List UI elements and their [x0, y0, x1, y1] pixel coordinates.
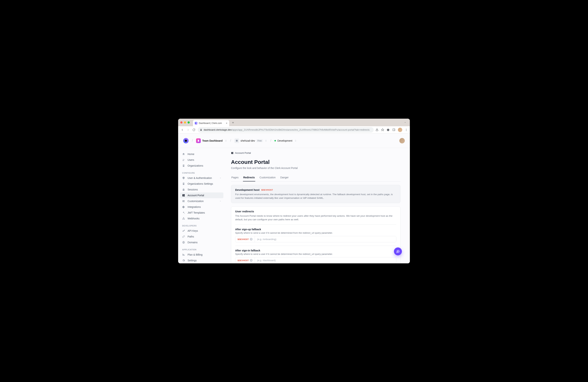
- crumb-separator: /: [192, 139, 193, 143]
- svg-rect-17: [184, 166, 184, 166]
- extensions-icon[interactable]: [387, 128, 390, 131]
- sidebar-heading: DEVELOPERS: [180, 221, 223, 228]
- sidebar-item-label: Sessions: [188, 188, 198, 191]
- svg-rect-15: [184, 165, 184, 165]
- sidebar-item-domains[interactable]: Domains: [180, 239, 223, 245]
- sidebar-item-user-authentication[interactable]: User & Authentication: [180, 175, 223, 181]
- devhost-prefix: $DEVHOST?: [235, 257, 255, 263]
- svg-rect-22: [184, 184, 184, 184]
- tab-title: Dashboard | Clerk.com: [199, 122, 222, 124]
- sidepanel-icon[interactable]: [392, 128, 395, 131]
- sidebar-item-sessions[interactable]: Sessions: [180, 187, 223, 192]
- help-icon[interactable]: ?: [250, 238, 252, 241]
- support-chat-button[interactable]: [394, 248, 402, 255]
- sidebar-item-plan-billing[interactable]: Plan & Billing: [180, 252, 223, 258]
- crumb-instance[interactable]: Development: [274, 139, 297, 142]
- sidebar-item-integrations[interactable]: Integrations: [180, 204, 223, 210]
- toolbar-actions: [376, 128, 408, 132]
- back-button[interactable]: [180, 128, 184, 132]
- close-tab-icon[interactable]: ×: [226, 122, 227, 125]
- sidebar-item-organizations[interactable]: Organizations: [180, 163, 223, 169]
- tab-overflow-button[interactable]: [403, 121, 408, 124]
- close-window-icon[interactable]: [180, 121, 183, 124]
- crumb-team[interactable]: Team Dashboard: [196, 138, 227, 143]
- sidebar-item-customization[interactable]: Customization: [180, 198, 223, 204]
- page-crumb-label: Account Portal: [235, 152, 251, 154]
- link-icon: [182, 235, 185, 238]
- svg-rect-37: [184, 255, 185, 256]
- page-title: Account Portal: [231, 159, 400, 165]
- crumb-separator: /: [230, 139, 231, 143]
- svg-point-43: [398, 251, 399, 252]
- sidebar-item-label: Integrations: [188, 206, 201, 208]
- lock-icon: [200, 129, 202, 131]
- sidebar-item-organizations-settings[interactable]: Organizations Settings: [180, 181, 223, 187]
- crumb-app[interactable]: shehzad-dev Free: [234, 138, 267, 143]
- updown-icon: [225, 139, 227, 142]
- svg-point-5: [406, 130, 407, 130]
- new-tab-button[interactable]: ＋: [231, 120, 235, 125]
- crumb-separator: /: [270, 139, 271, 143]
- user-avatar[interactable]: [399, 138, 405, 143]
- svg-rect-7: [198, 140, 199, 142]
- redirects-card: User redirects The Account Portal needs …: [231, 206, 400, 263]
- plan-badge: Free: [256, 139, 263, 142]
- maximize-window-icon[interactable]: [188, 121, 190, 124]
- url-host: dashboard.clerkstage.dev: [204, 128, 232, 131]
- svg-rect-21: [183, 184, 183, 184]
- forward-button[interactable]: [186, 128, 190, 132]
- sidebar-item-label: Home: [188, 153, 194, 155]
- svg-rect-8: [198, 140, 198, 140]
- sidebar-item-webhooks[interactable]: Webhooks: [180, 216, 223, 221]
- profile-avatar-icon[interactable]: [398, 128, 402, 132]
- section-tabs: PagesRedirectsCustomizationDanger: [231, 174, 400, 182]
- help-icon[interactable]: ?: [250, 259, 252, 262]
- updown-icon: [294, 139, 297, 142]
- tab-customization[interactable]: Customization: [259, 174, 276, 181]
- redirect-path-input[interactable]: [255, 236, 396, 242]
- svg-point-41: [397, 251, 398, 252]
- share-icon[interactable]: [376, 128, 378, 131]
- divider: [235, 246, 396, 246]
- svg-rect-14: [183, 165, 183, 165]
- tab-redirects[interactable]: Redirects: [243, 174, 255, 181]
- chrome-menu-icon[interactable]: [405, 128, 408, 131]
- sidebar-item-settings[interactable]: Settings: [180, 258, 223, 263]
- sidebar-item-paths[interactable]: Paths: [180, 234, 223, 239]
- url-field[interactable]: dashboard.clerkstage.dev/apps/app_2UARme…: [198, 127, 374, 133]
- clerk-logo-icon[interactable]: [183, 138, 189, 143]
- sidebar-heading: APPLICATION: [180, 245, 223, 252]
- devhost-tag: $DEVHOST: [261, 189, 273, 191]
- users-icon: [182, 158, 185, 161]
- tab-pages[interactable]: Pages: [231, 174, 239, 181]
- svg-rect-27: [183, 200, 184, 202]
- svg-point-33: [183, 231, 184, 231]
- svg-rect-25: [184, 194, 185, 195]
- lock-icon: [182, 188, 185, 191]
- home-icon: [182, 153, 185, 155]
- devhost-desc: For development environments, the develo…: [235, 193, 396, 200]
- sidebar-item-label: Webhooks: [188, 217, 200, 220]
- sidebar-item-jwt-templates[interactable]: JWT Templates: [180, 210, 223, 216]
- sidebar-item-api-keys[interactable]: API Keys: [180, 228, 223, 234]
- svg-point-12: [184, 159, 185, 160]
- svg-point-6: [406, 130, 407, 131]
- billing-icon: [182, 253, 185, 256]
- reload-button[interactable]: [192, 128, 196, 132]
- tab-danger[interactable]: Danger: [280, 174, 289, 181]
- sidebar: HomeUsersOrganizationsCONFIGUREUser & Au…: [178, 148, 225, 263]
- bookmark-icon[interactable]: [381, 128, 384, 131]
- sidebar-item-account-portal[interactable]: Account Portal: [180, 192, 223, 198]
- sidebar-item-users[interactable]: Users: [180, 157, 223, 163]
- sidebar-item-home[interactable]: Home: [180, 151, 223, 157]
- redirects-desc: The Account Portal needs to know where t…: [235, 214, 396, 221]
- crumb-instance-label: Development: [277, 139, 292, 142]
- svg-point-11: [183, 159, 184, 160]
- svg-rect-24: [183, 194, 183, 196]
- minimize-window-icon[interactable]: [184, 121, 186, 124]
- redirect-path-input[interactable]: [255, 257, 396, 263]
- browser-tab[interactable]: Dashboard | Clerk.com ×: [193, 120, 229, 126]
- sidebar-item-label: Users: [188, 158, 194, 161]
- sidebar-item-label: Account Portal: [188, 194, 204, 197]
- url-path: /apps/app_2UARmexdbIJPhUT9o5DbHJncBkD/in…: [232, 128, 370, 131]
